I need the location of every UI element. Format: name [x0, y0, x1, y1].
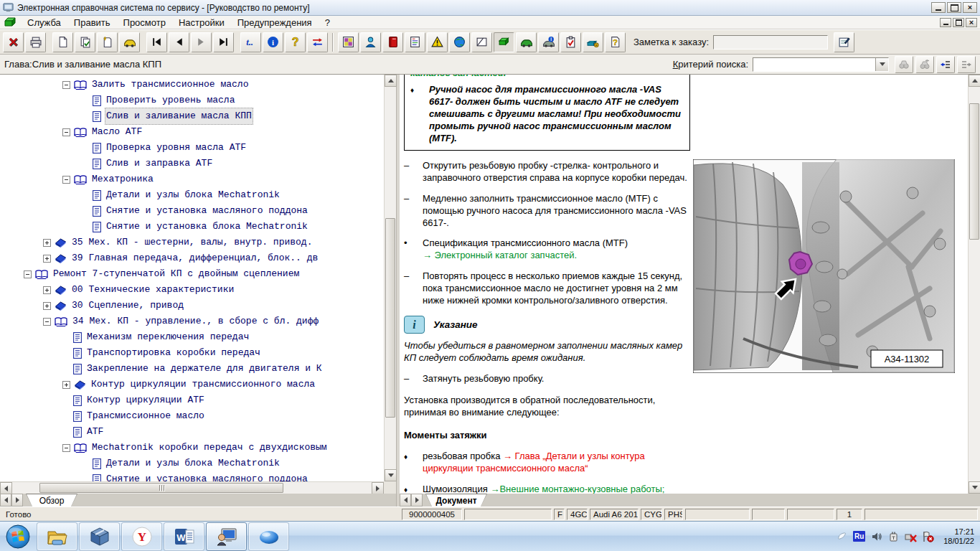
tree-item-label[interactable]: Детали и узлы блока Mechatronik	[105, 456, 281, 471]
tree-item[interactable]: 00 Технические характеристики	[0, 282, 384, 298]
scroll-thumb[interactable]	[969, 103, 979, 240]
tree-item-label[interactable]: Транспортировка коробки передач	[85, 345, 262, 361]
tree-item[interactable]: Контур циркуляции трансмиссионного масла	[0, 377, 384, 392]
order-note-input[interactable]	[713, 35, 828, 50]
tab-scroll-right-icon[interactable]	[411, 494, 423, 507]
document-vertical-scrollbar[interactable]	[968, 75, 980, 494]
warning-button[interactable]	[427, 32, 448, 52]
taskbar-lens-app-button[interactable]	[248, 522, 289, 551]
language-indicator[interactable]: Ru	[853, 531, 865, 542]
scroll-right-button[interactable]	[372, 482, 384, 494]
goto-button[interactable]: t..	[240, 32, 261, 52]
mdi-restore-button[interactable]	[953, 18, 964, 27]
tree-item-label[interactable]: 30 Сцепление, привод	[70, 298, 185, 314]
combobox-dropdown-button[interactable]	[875, 58, 888, 71]
tree-item-label[interactable]: 35 Мех. КП - шестерни, валы, внутр. прив…	[70, 235, 314, 250]
tree-item[interactable]: Снятие и установка масляного поддона	[0, 203, 384, 219]
expand-icon[interactable]	[43, 255, 51, 263]
tree-item[interactable]: 39 Главная передача, дифференциал, блок.…	[0, 250, 384, 266]
expand-icon[interactable]	[43, 302, 51, 310]
tree-item-label[interactable]: Слив и заправка ATF	[105, 156, 214, 171]
car-green-button[interactable]	[516, 32, 537, 52]
menu-item-1[interactable]: Править	[67, 17, 117, 29]
user-button[interactable]	[360, 32, 381, 52]
page-help-button[interactable]: ?	[605, 32, 626, 52]
tree-item[interactable]: Закрепление на держателе для двигателя и…	[0, 361, 384, 377]
tree-item-label[interactable]: Трансмиссионное масло	[85, 408, 206, 424]
tree-item[interactable]: Масло ATF	[0, 124, 384, 140]
collapse-icon[interactable]	[62, 176, 70, 184]
tree-item-label[interactable]: Контур циркуляции ATF	[85, 392, 206, 408]
tree-item[interactable]: Залить трансмиссионное масло	[0, 77, 384, 93]
tree-item-label[interactable]: 00 Технические характеристики	[70, 282, 235, 298]
tree-item-label[interactable]: Снятие и установка блока Mechatronik	[105, 219, 309, 235]
tree-item-label[interactable]: 34 Мех. КП - управление., в сборе с бл. …	[71, 314, 320, 329]
scroll-thumb[interactable]	[385, 218, 395, 418]
expand-icon[interactable]	[62, 381, 70, 389]
tree-item-label[interactable]: Проверка уровня масла ATF	[105, 140, 248, 156]
tree-item-label[interactable]: Снятие и установка масляного поддона	[105, 471, 309, 481]
print-button[interactable]	[25, 32, 46, 52]
taskbar-yandex-browser-button[interactable]: Y	[121, 522, 162, 551]
tab-overview[interactable]: Обзор	[26, 494, 77, 507]
tree-vertical-scrollbar[interactable]	[384, 75, 396, 481]
tree-item-label[interactable]: Масло ATF	[90, 124, 143, 140]
maximize-button[interactable]	[947, 2, 961, 13]
usb-error-icon[interactable]	[905, 530, 917, 542]
list-export-button[interactable]	[957, 56, 976, 73]
parts-catalog-link[interactable]: → Электронный каталог запчастей.	[423, 250, 577, 260]
mdi-close-button[interactable]: ×	[966, 18, 977, 27]
new-document-button[interactable]	[52, 32, 73, 52]
order-note-button[interactable]	[834, 32, 854, 52]
tree-item-label[interactable]: Контур циркуляции трансмиссионного масла	[90, 377, 316, 392]
book-red-button[interactable]	[382, 32, 403, 52]
globe-button[interactable]	[449, 32, 470, 52]
swap-button[interactable]	[307, 32, 328, 52]
action-center-flag-icon[interactable]	[922, 530, 934, 542]
tree-item-label[interactable]: Закрепление на держателе для двигателя и…	[85, 361, 324, 377]
document-new-button[interactable]	[97, 32, 118, 52]
collapse-icon[interactable]	[24, 270, 32, 278]
tree-item[interactable]: Снятие и установка масляного поддона	[0, 471, 384, 481]
expand-icon[interactable]	[43, 286, 51, 294]
tree-item-label[interactable]: Проверить уровень масла	[105, 93, 236, 108]
scroll-thumb[interactable]	[39, 483, 283, 493]
car-yellow-button[interactable]	[119, 32, 140, 52]
brick-green-button[interactable]	[494, 32, 514, 52]
menu-item-2[interactable]: Просмотр	[117, 17, 172, 29]
tree-item-label[interactable]: Механизм переключения передач	[85, 329, 250, 345]
close-button[interactable]: ×	[963, 2, 977, 13]
scroll-up-button[interactable]	[385, 75, 397, 87]
taskbar-explorer-button[interactable]	[37, 522, 77, 551]
tree-item[interactable]: 35 Мех. КП - шестерни, валы, внутр. прив…	[0, 235, 384, 250]
taskbar-service-app-button[interactable]	[206, 522, 247, 551]
tree-item-label[interactable]: Залить трансмиссионное масло	[90, 77, 250, 93]
car-info-button[interactable]: i	[538, 32, 559, 52]
tree-item[interactable]: Ремонт 7-ступенчатой КП с двойным сцепле…	[0, 266, 384, 282]
tree-item[interactable]: Проверка уровня масла ATF	[0, 140, 384, 156]
scroll-down-button[interactable]	[969, 481, 980, 494]
tree-item-label[interactable]: Снятие и установка масляного поддона	[105, 203, 309, 219]
tab-document[interactable]: Документ	[425, 494, 487, 507]
nav-last-button[interactable]	[213, 32, 234, 52]
menu-item-4[interactable]: Предупреждения	[231, 17, 319, 29]
nav-first-button[interactable]	[146, 32, 167, 52]
exit-button[interactable]	[3, 32, 24, 52]
taskbar-clock[interactable]: 17:21 18/01/22	[939, 527, 974, 546]
list-import-button[interactable]	[936, 56, 955, 73]
binoculars-undo-button[interactable]	[915, 56, 934, 73]
tree-item-label[interactable]: ATF	[85, 424, 105, 440]
tree-item-label[interactable]: Мехатроника	[90, 171, 155, 187]
tree-item[interactable]: Контур циркуляции ATF	[0, 392, 384, 408]
tree-item-label[interactable]: Слив и заливание масла КПП	[105, 108, 253, 125]
minimize-button[interactable]	[931, 2, 946, 13]
scroll-down-button[interactable]	[385, 469, 397, 481]
hidden-icons-button[interactable]	[836, 530, 848, 542]
menu-item-5[interactable]: ?	[319, 17, 336, 29]
tab-scroll-right-icon[interactable]	[11, 494, 23, 507]
tree-item[interactable]: ATF	[0, 424, 384, 440]
tab-scroll-left-icon[interactable]	[0, 494, 11, 507]
search-criteria-combobox[interactable]	[753, 57, 889, 72]
list-button[interactable]	[405, 32, 425, 52]
info-button[interactable]: i	[263, 32, 283, 52]
